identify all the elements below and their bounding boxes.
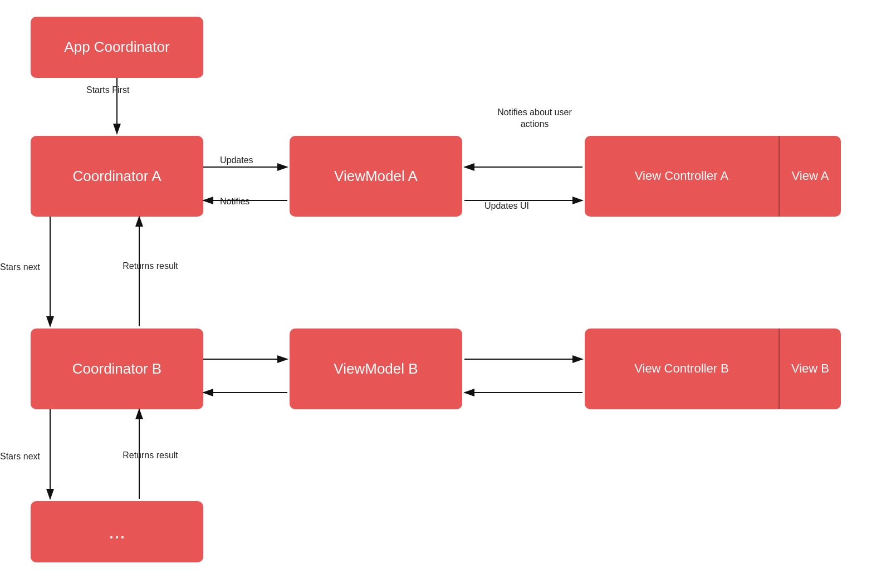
box-coordinator-a: Coordinator A bbox=[31, 136, 203, 217]
viewcontroller-b-label: View Controller B bbox=[585, 329, 779, 409]
box-coordinator-b: Coordinator B bbox=[31, 329, 203, 409]
box-ellipsis: ... bbox=[31, 501, 203, 562]
label-starts-first: Starts First bbox=[86, 85, 129, 96]
label-stars-next-2: Stars next bbox=[0, 451, 40, 463]
viewcontroller-a-label: View Controller A bbox=[585, 136, 779, 217]
box-viewmodel-a: ViewModel A bbox=[290, 136, 462, 217]
box-viewmodel-b: ViewModel B bbox=[290, 329, 462, 409]
box-app-coordinator: App Coordinator bbox=[31, 17, 203, 78]
label-notifies: Notifies bbox=[220, 196, 249, 208]
label-updates: Updates bbox=[220, 155, 253, 166]
box-viewcontroller-b: View Controller B View B bbox=[585, 329, 841, 409]
arrows-svg bbox=[0, 0, 891, 588]
label-notifies-user: Notifies about user actions bbox=[490, 107, 579, 130]
label-stars-next-1: Stars next bbox=[0, 262, 40, 273]
label-returns-result-2: Returns result bbox=[123, 450, 178, 462]
view-b-label: View B bbox=[780, 329, 841, 409]
diagram-container: App Coordinator Coordinator A ViewModel … bbox=[0, 0, 891, 588]
label-returns-result-1: Returns result bbox=[123, 261, 178, 272]
view-a-label: View A bbox=[780, 136, 841, 217]
label-updates-ui: Updates UI bbox=[484, 200, 529, 212]
box-viewcontroller-a: View Controller A View A bbox=[585, 136, 841, 217]
